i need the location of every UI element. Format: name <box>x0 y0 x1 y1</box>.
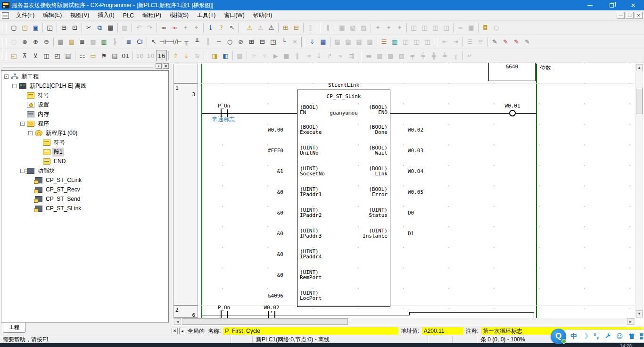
mdi-close-button[interactable]: ✕ <box>635 12 643 19</box>
fb-invocation-icon[interactable]: ◳ <box>268 36 279 48</box>
cross-reference-icon[interactable]: ⚏ <box>77 50 88 61</box>
menu-item[interactable]: 模拟(S) <box>165 10 193 20</box>
list2-icon[interactable]: ≡ <box>475 36 486 48</box>
edit1-icon[interactable]: ▤ <box>332 36 343 48</box>
print-preview-icon[interactable]: ⊡ <box>69 22 80 33</box>
rung-wrap-icon[interactable]: ▥ <box>99 36 109 48</box>
diff-set-icon[interactable]: ╧ <box>439 50 450 61</box>
instruction-icon[interactable]: ⊞ <box>246 36 257 48</box>
comment-icon[interactable]: ▭ <box>88 50 99 61</box>
symbol-table-icon[interactable]: ▤ <box>66 36 77 48</box>
edit3-icon[interactable]: ▤ <box>354 36 364 48</box>
scroll-up-icon[interactable]: ▲ <box>636 64 643 71</box>
hex-monitor-icon[interactable]: 16 <box>156 50 167 61</box>
transfer-icon[interactable]: ⊟ <box>291 22 302 33</box>
tree-item-function-blocks[interactable]: - 功能块 <box>1 166 168 175</box>
symbol-bar-close-icon[interactable]: ✕ <box>172 328 178 334</box>
pause-sim-icon[interactable]: ∥ <box>292 50 303 61</box>
watch-icon[interactable]: ∞ <box>455 22 466 33</box>
menu-item[interactable]: 编辑(E) <box>39 10 66 20</box>
find-icon[interactable]: ∞ <box>158 22 169 33</box>
tree-item-cp-st-slink[interactable]: CP_ST_SLink <box>1 204 168 213</box>
fast-forward-icon[interactable]: » <box>335 50 346 61</box>
doc-compare-icon[interactable]: ▨ <box>358 22 369 33</box>
download-icon[interactable]: ⇓ <box>181 50 192 61</box>
rung-comment-icon[interactable]: ≣ <box>77 36 88 48</box>
doc-monitor-icon[interactable]: ▤ <box>337 22 347 33</box>
window-paste-icon[interactable]: ◱ <box>8 50 19 61</box>
contact-or-nc-icon[interactable]: ╨ <box>192 36 203 48</box>
fb-download-icon[interactable]: ⇓ <box>307 36 318 48</box>
rung-margin-cell[interactable] <box>173 64 198 83</box>
symbol-bar-collapse-icon[interactable]: ◂ <box>179 328 185 334</box>
vertical-scroll-thumb[interactable] <box>636 88 643 114</box>
tree-item-cp-st-clink[interactable]: CP_ST_CLink <box>1 175 168 185</box>
zoom-default-icon[interactable]: ◌ <box>8 36 19 48</box>
compile-icon[interactable]: ⚠ <box>244 22 255 33</box>
set-value1-icon[interactable]: ▬ <box>363 50 374 61</box>
grid-icon[interactable] <box>640 333 644 339</box>
redo-icon[interactable]: ↷ <box>144 22 155 33</box>
fb-output-operand[interactable]: D1 <box>408 228 441 236</box>
signed-decimal-icon[interactable]: 10 <box>145 50 156 61</box>
edit4-icon[interactable]: ▤ <box>364 36 375 48</box>
punctuation-icon[interactable]: °, <box>594 333 599 339</box>
tab-project[interactable]: 工程 <box>3 322 25 333</box>
print-icon[interactable]: ⊟ <box>58 22 69 33</box>
set-value2-icon[interactable]: ▦ <box>374 50 385 61</box>
fb-output-row[interactable]: (BOOL)Error W0.05 <box>323 187 446 207</box>
fb-input-row[interactable]: &0 (UINT)RemPort <box>229 270 389 290</box>
menu-item[interactable]: 视图(V) <box>66 10 93 20</box>
tree-expander-icon[interactable]: - <box>28 131 33 135</box>
outdent-icon[interactable]: ⇥ <box>450 36 461 48</box>
fb-output-operand[interactable]: W0.05 <box>408 187 441 195</box>
scroll-down-icon[interactable]: ▼ <box>636 310 643 317</box>
force-on-icon[interactable]: ☞ <box>248 50 259 61</box>
rung1-contact[interactable]: P_On <box>210 103 238 108</box>
user2-icon[interactable]: ✦ <box>383 22 394 33</box>
ladder-canvas[interactable]: &640 位数 P_On 常通标志 SlientLink CP_ST_SLink… <box>173 63 644 326</box>
undo-icon[interactable]: ↶ <box>133 22 144 33</box>
fb-input-row[interactable]: &4096 (UINT)LocPort <box>229 290 389 311</box>
fb-input-operand[interactable]: &0 <box>229 187 283 195</box>
set-value4-icon[interactable]: ▨ <box>396 50 407 61</box>
rung2-contact1[interactable]: P_On <box>210 305 238 310</box>
fb-output-operand[interactable]: W0.04 <box>408 166 441 174</box>
menu-item[interactable]: 工具(T) <box>193 10 220 20</box>
list1-icon[interactable]: ☰ <box>464 36 475 48</box>
work-online-icon[interactable]: ◨ <box>209 50 220 61</box>
tree-item-end[interactable]: END <box>1 157 168 166</box>
program-check-icon[interactable]: ⚠ <box>266 22 277 33</box>
win2-icon[interactable]: ◫ <box>411 36 422 48</box>
ime-language-icon[interactable]: 中 <box>570 333 577 339</box>
grid-icon[interactable]: ▦ <box>55 36 66 48</box>
tree-item-plc[interactable]: - 新PLC1[CP1H-E] 离线 <box>1 81 168 91</box>
step-in-icon[interactable]: ↧ <box>314 50 324 61</box>
context-help-icon[interactable]: ↖ <box>227 22 238 33</box>
dependents-icon[interactable]: ╠ <box>109 36 120 48</box>
menu-item[interactable]: 编程(P) <box>138 10 165 20</box>
tree-item-project[interactable]: - 新工程 <box>1 72 168 81</box>
fb-definition-icon[interactable]: ☰ <box>379 36 389 48</box>
plc-setup-icon[interactable]: ◫ <box>419 22 430 33</box>
fb-input-operand[interactable]: W0.00 <box>229 124 283 132</box>
coil-closed-icon[interactable]: ⊘ <box>235 36 246 48</box>
monitor-window-icon[interactable]: ◫ <box>441 22 452 33</box>
symbol-address-field[interactable]: A200.11 <box>422 327 463 335</box>
find-next-icon[interactable]: ✦ <box>180 22 191 33</box>
run-icon[interactable]: ▶ <box>270 50 281 61</box>
page-setup-icon[interactable]: ◲ <box>44 22 55 33</box>
tree-item-programs[interactable]: - 程序 <box>1 119 168 128</box>
rung1-margin-cell[interactable]: 1 3 <box>173 83 198 306</box>
menu-item[interactable]: 文件(F) <box>12 10 39 20</box>
branch-icon[interactable]: └ <box>279 36 289 48</box>
restore-button[interactable] <box>601 0 622 10</box>
tree-item-symbols[interactable]: 符号 <box>1 91 168 100</box>
menu-item[interactable]: PLC <box>119 11 138 20</box>
ladder-document-icon[interactable] <box>2 12 9 19</box>
stop-icon[interactable]: ■ <box>281 50 292 61</box>
cut-icon[interactable]: ✂ <box>83 22 94 33</box>
user1-icon[interactable]: ✦ <box>372 22 383 33</box>
build2-icon[interactable]: ⊻ <box>30 50 41 61</box>
decimal-monitor-icon[interactable]: 10 <box>134 50 145 61</box>
